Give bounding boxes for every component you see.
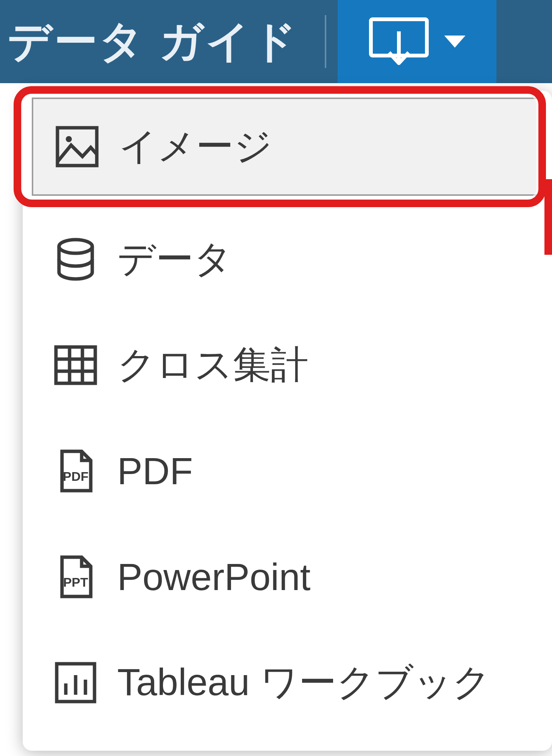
svg-text:PDF: PDF (63, 469, 88, 483)
vertical-divider (325, 15, 326, 68)
powerpoint-icon: PPT (53, 554, 98, 600)
menu-item-label: PowerPoint (117, 555, 310, 599)
menu-item-label: データ (117, 234, 232, 285)
image-icon (54, 124, 100, 169)
svg-rect-5 (56, 347, 95, 383)
menu-item-label: イメージ (119, 121, 272, 172)
menu-item-label: Tableau ワークブック (117, 657, 491, 708)
menu-item-label: クロス集計 (117, 340, 309, 391)
menu-item-crosstab[interactable]: クロス集計 (23, 312, 552, 418)
menu-item-image[interactable]: イメージ (32, 98, 543, 196)
menu-item-tableau-workbook[interactable]: Tableau ワークブック (23, 630, 552, 736)
data-guide-title[interactable]: データ ガイド (8, 12, 298, 71)
svg-point-3 (66, 136, 72, 142)
callout-tab (544, 179, 552, 255)
crosstab-icon (53, 342, 98, 388)
svg-text:PPT: PPT (63, 575, 88, 589)
menu-item-label: PDF (117, 449, 193, 493)
topbar: データ ガイド (0, 0, 552, 83)
workbook-icon (53, 660, 98, 705)
download-button[interactable] (338, 0, 496, 83)
download-icon (369, 17, 429, 66)
download-menu: イメージ データ クロス集計 (23, 91, 552, 751)
svg-point-4 (59, 240, 92, 253)
menu-item-powerpoint[interactable]: PPT PowerPoint (23, 524, 552, 630)
pdf-icon: PDF (53, 448, 98, 494)
menu-item-data[interactable]: データ (23, 206, 552, 312)
menu-item-pdf[interactable]: PDF PDF (23, 418, 552, 524)
database-icon (53, 237, 98, 282)
chevron-down-icon (444, 36, 465, 48)
